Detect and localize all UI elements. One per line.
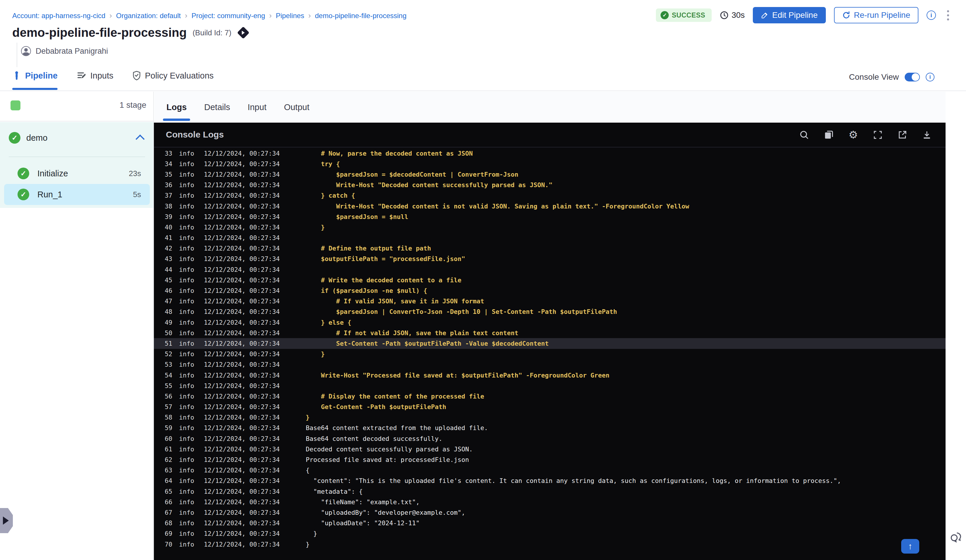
download-icon[interactable]	[920, 128, 933, 141]
duration: 30s	[720, 10, 745, 20]
log-line: 38info12/12/2024, 00:27:34 Write-Host "D…	[154, 201, 946, 211]
log-line: 39info12/12/2024, 00:27:34 $parsedJson =…	[154, 211, 946, 222]
log-line: 37info12/12/2024, 00:27:34 } catch {	[154, 190, 946, 201]
log-lines[interactable]: 33info12/12/2024, 00:27:34 # Now, parse …	[154, 148, 946, 560]
rerun-icon	[842, 11, 850, 19]
step-row-initialize[interactable]: ✓ Initialize 23s	[4, 163, 150, 184]
breadcrumb-pipelines[interactable]: Pipelines	[276, 11, 304, 20]
log-line: 57info12/12/2024, 00:27:34 Get-Content -…	[154, 402, 946, 412]
breadcrumb-separator: ›	[185, 11, 187, 20]
step-row-run-1[interactable]: ✓ Run_1 5s	[4, 184, 150, 205]
console-title: Console Logs	[166, 130, 224, 140]
log-line: 45info12/12/2024, 00:27:34 # Write the d…	[154, 275, 946, 285]
tab-pipeline[interactable]: Pipeline	[12, 71, 58, 83]
tab-inputs[interactable]: Inputs	[77, 71, 113, 83]
log-line: 40info12/12/2024, 00:27:34 }	[154, 222, 946, 232]
console-view-label: Console View	[849, 72, 899, 82]
execution-source-icon[interactable]	[237, 26, 250, 39]
scroll-to-top-button[interactable]: ↑	[901, 539, 919, 553]
log-line: 33info12/12/2024, 00:27:34 # Now, parse …	[154, 148, 946, 159]
log-line: 58info12/12/2024, 00:27:34}	[154, 412, 946, 423]
breadcrumb-current-pipeline[interactable]: demo-pipeline-file-processing	[315, 11, 407, 20]
console-view-toggle[interactable]	[905, 73, 920, 82]
stage-count-row: 1 stage	[0, 92, 153, 122]
rerun-pipeline-button[interactable]: Re-run Pipeline	[834, 7, 918, 23]
log-line: 46info12/12/2024, 00:27:34 if ($parsedJs…	[154, 285, 946, 296]
breadcrumb-separator: ›	[269, 11, 272, 20]
log-line: 67info12/12/2024, 00:27:34 "uploadedBy":…	[154, 507, 946, 518]
chevron-up-icon	[135, 135, 145, 144]
copy-icon[interactable]	[822, 128, 835, 141]
gear-icon[interactable]: ⚙	[847, 128, 860, 141]
status-badge: ✓ SUCCESS	[656, 8, 711, 22]
clock-icon	[720, 11, 729, 20]
success-check-icon: ✓	[660, 11, 669, 19]
log-line: 52info12/12/2024, 00:27:34 }	[154, 349, 946, 360]
breadcrumb-separator: ›	[110, 11, 112, 20]
pipeline-icon	[12, 71, 21, 80]
author-name: Debabrata Panigrahi	[36, 47, 108, 56]
pencil-icon	[761, 11, 769, 19]
tab-output[interactable]: Output	[284, 92, 309, 123]
log-line: 55info12/12/2024, 00:27:34	[154, 381, 946, 391]
log-line: 34info12/12/2024, 00:27:34 try {	[154, 159, 946, 169]
breadcrumb-project[interactable]: Project: community-eng	[192, 11, 265, 20]
stage-count-label: 1 stage	[120, 100, 146, 110]
chat-support-icon[interactable]	[949, 531, 963, 545]
log-line: 68info12/12/2024, 00:27:34 "uploadDate":…	[154, 518, 946, 529]
page-header: Account: app-harness-ng-cicd › Organizat…	[0, 0, 966, 91]
step-label: Run_1	[38, 190, 62, 199]
log-line: 60info12/12/2024, 00:27:34Base64 content…	[154, 433, 946, 444]
log-line: 54info12/12/2024, 00:27:34 Write-Host "P…	[154, 370, 946, 381]
divider	[16, 43, 17, 67]
stage-name: demo	[26, 133, 48, 143]
log-line: 53info12/12/2024, 00:27:34	[154, 360, 946, 370]
log-line: 42info12/12/2024, 00:27:34 # Define the …	[154, 243, 946, 254]
log-line: 59info12/12/2024, 00:27:34Base64 content…	[154, 423, 946, 433]
more-options-menu-icon[interactable]	[944, 8, 952, 22]
log-detail-tabs: Logs Details Input Output	[154, 92, 966, 123]
log-line: 49info12/12/2024, 00:27:34 } else {	[154, 317, 946, 328]
log-line: 56info12/12/2024, 00:27:34 # Display the…	[154, 391, 946, 401]
breadcrumb-account[interactable]: Account: app-harness-ng-cicd	[12, 11, 105, 20]
tab-input[interactable]: Input	[248, 92, 267, 123]
expand-arrow-icon	[3, 517, 9, 525]
build-id: (Build Id: 7)	[192, 28, 231, 38]
rerun-info-icon[interactable]: i	[927, 10, 936, 20]
log-line: 48info12/12/2024, 00:27:34 $parsedJson |…	[154, 307, 946, 317]
log-line: 50info12/12/2024, 00:27:34 # If not vali…	[154, 328, 946, 338]
console-panel: Console Logs ⚙ 33info12/	[154, 123, 946, 560]
log-line: 47info12/12/2024, 00:27:34 # If valid JS…	[154, 296, 946, 307]
log-line: 43info12/12/2024, 00:27:34 $outputFilePa…	[154, 254, 946, 264]
search-icon[interactable]	[798, 128, 811, 141]
step-duration: 23s	[129, 169, 141, 178]
log-line: 36info12/12/2024, 00:27:34 Write-Host "D…	[154, 180, 946, 190]
step-success-icon: ✓	[18, 189, 29, 200]
shield-check-icon	[133, 71, 141, 80]
log-line: 63info12/12/2024, 00:27:34{	[154, 465, 946, 476]
fullscreen-icon[interactable]	[871, 128, 884, 141]
console-view-info-icon[interactable]: i	[926, 73, 935, 82]
external-link-icon[interactable]	[896, 128, 909, 141]
user-avatar-icon	[21, 46, 31, 56]
breadcrumb-organization[interactable]: Organization: default	[116, 11, 181, 20]
breadcrumb-separator: ›	[308, 11, 311, 20]
stage-group-demo: ✓ demo ✓ Initialize 23s ✓ Run_1 5s	[0, 122, 153, 208]
page-title: demo-pipeline-file-processing	[12, 26, 187, 40]
tab-policy-evaluations[interactable]: Policy Evaluations	[133, 71, 214, 83]
main-tabs: Pipeline Inputs Policy Evaluations	[12, 71, 214, 83]
right-gutter	[946, 92, 966, 560]
tab-details[interactable]: Details	[204, 92, 230, 123]
log-line: 65info12/12/2024, 00:27:34 "metadata": {	[154, 486, 946, 497]
log-line: 35info12/12/2024, 00:27:34 $parsedJson =…	[154, 169, 946, 179]
step-duration: 5s	[133, 190, 141, 199]
stage-header-demo[interactable]: ✓ demo	[0, 129, 153, 146]
stage-status-square-icon	[10, 100, 20, 110]
log-line: 64info12/12/2024, 00:27:34 "content": "T…	[154, 476, 946, 486]
breadcrumb: Account: app-harness-ng-cicd › Organizat…	[12, 11, 406, 20]
log-line: 44info12/12/2024, 00:27:34	[154, 264, 946, 275]
author-row: Debabrata Panigrahi	[21, 46, 108, 56]
edit-pipeline-button[interactable]: Edit Pipeline	[753, 7, 826, 23]
step-label: Initialize	[38, 169, 68, 178]
tab-logs[interactable]: Logs	[166, 92, 187, 123]
